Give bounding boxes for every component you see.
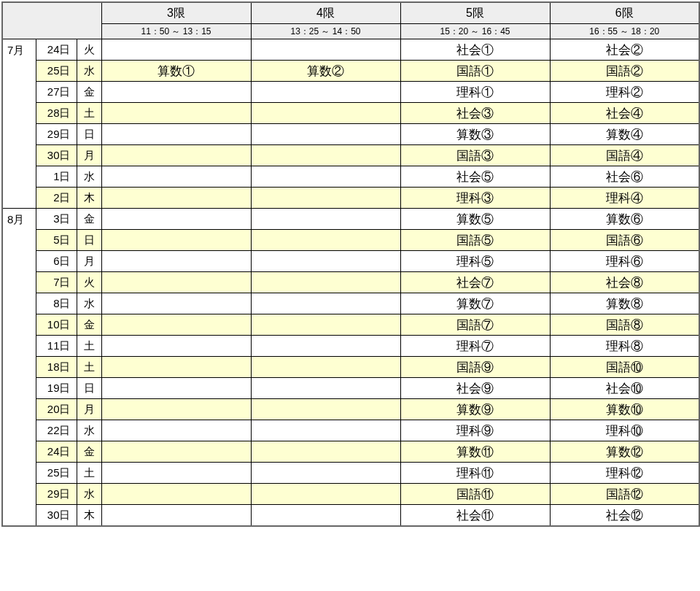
slot-cell	[101, 251, 251, 272]
day-cell: 6日	[36, 251, 77, 272]
schedule-body: 7月24日火社会①社会②25日水算数①算数②国語①国語②27日金理科①理科②28…	[2, 39, 699, 527]
slot-cell	[101, 82, 251, 103]
slot-cell: 国語③	[400, 145, 550, 166]
day-of-week-cell: 水	[77, 420, 101, 441]
slot-cell: 社会⑩	[550, 378, 699, 399]
day-cell: 20日	[36, 399, 77, 420]
period-time: 15：20 ～ 16：45	[400, 24, 550, 39]
slot-cell: 国語②	[550, 61, 699, 82]
table-row: 6日月理科⑤理科⑥	[2, 251, 699, 272]
day-of-week-cell: 月	[77, 251, 101, 272]
slot-cell: 国語⑩	[550, 357, 699, 378]
day-cell: 5日	[36, 230, 77, 251]
day-cell: 30日	[36, 505, 77, 527]
slot-cell: 算数③	[400, 124, 550, 145]
slot-cell	[251, 124, 400, 145]
slot-cell	[101, 39, 251, 61]
slot-cell	[251, 82, 400, 103]
table-row: 24日金算数⑪算数⑫	[2, 441, 699, 463]
slot-cell: 国語⑦	[400, 314, 550, 336]
slot-cell: 国語⑨	[400, 357, 550, 378]
day-cell: 30日	[36, 145, 77, 166]
slot-cell: 社会⑤	[400, 166, 550, 188]
header-blank-corner	[2, 2, 101, 39]
day-of-week-cell: 土	[77, 463, 101, 484]
slot-cell: 理科③	[400, 188, 550, 209]
slot-cell	[251, 188, 400, 209]
slot-cell	[101, 336, 251, 357]
slot-cell	[101, 441, 251, 463]
day-of-week-cell: 水	[77, 293, 101, 314]
slot-cell: 理科⑦	[400, 336, 550, 357]
slot-cell	[101, 103, 251, 124]
slot-cell	[251, 336, 400, 357]
table-row: 25日水算数①算数②国語①国語②	[2, 61, 699, 82]
day-of-week-cell: 日	[77, 230, 101, 251]
slot-cell: 理科⑩	[550, 420, 699, 441]
slot-cell: 社会②	[550, 39, 699, 61]
slot-cell: 算数⑫	[550, 441, 699, 463]
slot-cell	[101, 293, 251, 314]
slot-cell: 理科⑧	[550, 336, 699, 357]
day-cell: 11日	[36, 336, 77, 357]
slot-cell	[101, 484, 251, 505]
table-row: 5日日国語⑤国語⑥	[2, 230, 699, 251]
day-cell: 18日	[36, 357, 77, 378]
day-of-week-cell: 土	[77, 103, 101, 124]
header-row-period: 3限 4限 5限 6限	[2, 2, 699, 24]
table-row: 7日火社会⑦社会⑧	[2, 272, 699, 293]
day-of-week-cell: 金	[77, 441, 101, 463]
day-cell: 29日	[36, 124, 77, 145]
table-row: 11日土理科⑦理科⑧	[2, 336, 699, 357]
table-row: 30日月国語③国語④	[2, 145, 699, 166]
slot-cell: 算数⑧	[550, 293, 699, 314]
slot-cell: 算数⑩	[550, 399, 699, 420]
slot-cell	[251, 378, 400, 399]
slot-cell	[251, 230, 400, 251]
slot-cell	[101, 420, 251, 441]
slot-cell	[251, 293, 400, 314]
table-row: 1日水社会⑤社会⑥	[2, 166, 699, 188]
day-of-week-cell: 木	[77, 188, 101, 209]
day-cell: 8日	[36, 293, 77, 314]
day-of-week-cell: 土	[77, 336, 101, 357]
day-cell: 10日	[36, 314, 77, 336]
day-cell: 25日	[36, 61, 77, 82]
day-cell: 25日	[36, 463, 77, 484]
day-of-week-cell: 日	[77, 378, 101, 399]
slot-cell	[251, 39, 400, 61]
slot-cell: 理科⑪	[400, 463, 550, 484]
slot-cell	[101, 188, 251, 209]
slot-cell: 社会⑥	[550, 166, 699, 188]
slot-cell	[251, 209, 400, 230]
slot-cell: 社会③	[400, 103, 550, 124]
slot-cell	[101, 166, 251, 188]
slot-cell: 国語④	[550, 145, 699, 166]
day-of-week-cell: 水	[77, 166, 101, 188]
month-cell: 7月	[2, 39, 36, 209]
day-cell: 27日	[36, 82, 77, 103]
day-of-week-cell: 木	[77, 505, 101, 527]
table-row: 7月24日火社会①社会②	[2, 39, 699, 61]
table-row: 19日日社会⑨社会⑩	[2, 378, 699, 399]
slot-cell: 理科⑥	[550, 251, 699, 272]
slot-cell	[251, 272, 400, 293]
table-row: 10日金国語⑦国語⑧	[2, 314, 699, 336]
day-cell: 28日	[36, 103, 77, 124]
slot-cell	[251, 441, 400, 463]
slot-cell	[101, 505, 251, 527]
slot-cell: 社会④	[550, 103, 699, 124]
slot-cell: 国語⑥	[550, 230, 699, 251]
slot-cell	[251, 420, 400, 441]
period-header: 4限	[251, 2, 400, 24]
slot-cell	[101, 209, 251, 230]
slot-cell	[251, 484, 400, 505]
slot-cell: 国語⑤	[400, 230, 550, 251]
slot-cell	[251, 103, 400, 124]
day-of-week-cell: 火	[77, 39, 101, 61]
day-cell: 24日	[36, 441, 77, 463]
day-of-week-cell: 金	[77, 314, 101, 336]
table-row: 25日土理科⑪理科⑫	[2, 463, 699, 484]
day-cell: 2日	[36, 188, 77, 209]
slot-cell: 算数①	[101, 61, 251, 82]
